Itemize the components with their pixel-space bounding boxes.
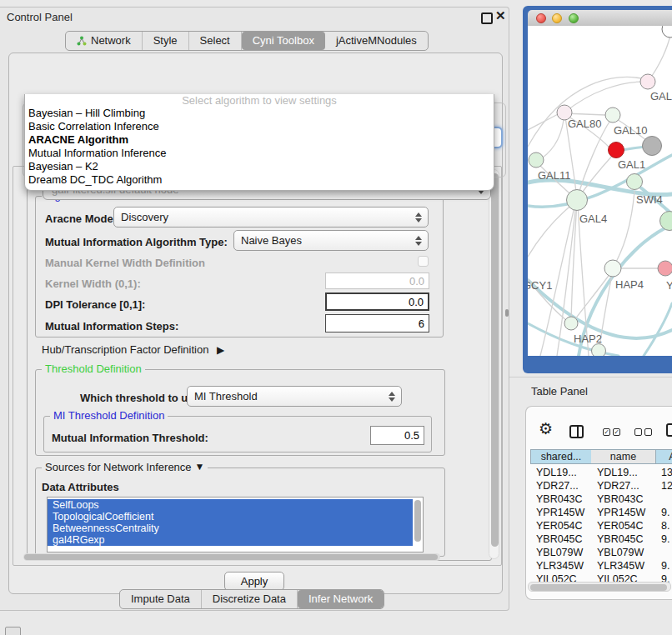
- close-icon[interactable]: ✕: [495, 8, 506, 23]
- mi-threshold-label: Mutual Information Threshold:: [52, 432, 208, 444]
- list-scrollbar[interactable]: [414, 500, 421, 542]
- node-red[interactable]: [609, 142, 624, 158]
- node-pink[interactable]: [658, 261, 672, 276]
- network-canvas[interactable]: GAL GAL80 GAL10 GAL1 GAL11 SWI4 GAL4 GCY…: [528, 26, 672, 356]
- list-item[interactable]: BetweennessCentrality: [48, 522, 413, 534]
- minimize-traffic-light[interactable]: [552, 13, 562, 23]
- table-panel-header: Table Panel: [509, 377, 672, 406]
- control-panel-title: Control Panel: [7, 11, 73, 23]
- table-panel-title: Table Panel: [531, 385, 588, 398]
- node-label: GAL11: [538, 169, 571, 182]
- node-label: HAP2: [574, 332, 602, 345]
- node-gray[interactable]: [643, 137, 662, 156]
- float-window-icon[interactable]: [481, 12, 493, 24]
- threshold-definition-legend: Threshold Definition: [42, 363, 145, 374]
- node-label: SWI4: [636, 193, 663, 206]
- node-swi4[interactable]: [627, 174, 643, 190]
- kernel-width-label: Kernel Width (0,1):: [45, 278, 141, 290]
- dpi-tolerance-input[interactable]: 0.0: [325, 292, 429, 311]
- dpi-tolerance-label: DPI Tolerance [0,1]:: [45, 298, 145, 311]
- node-label: GAL10: [614, 124, 647, 137]
- tab-select[interactable]: Select: [189, 32, 242, 50]
- select-all-checkbox-icon[interactable]: ✓: [603, 428, 610, 436]
- node-hap4[interactable]: [604, 260, 621, 277]
- settings-hscrollbar[interactable]: [23, 553, 440, 561]
- manual-kernel-width-checkbox[interactable]: [418, 256, 429, 267]
- which-threshold-select[interactable]: MI Threshold: [187, 386, 402, 407]
- settings-scroll-viewport: Cyni Algorithm Settings Algorithm Defini…: [13, 166, 502, 566]
- which-threshold-label: Which threshold to use:: [80, 392, 203, 404]
- collapse-down-icon[interactable]: ▼: [195, 462, 205, 472]
- node[interactable]: [592, 344, 606, 357]
- apply-button[interactable]: Apply: [224, 572, 284, 591]
- expand-right-icon: ▶: [217, 344, 224, 356]
- tab-jactivemnodules[interactable]: jActiveMNodules: [325, 32, 428, 50]
- sources-legend: Sources for Network Inference ▼: [42, 462, 208, 472]
- column-layout-icon[interactable]: [569, 425, 584, 438]
- tab-cyni-toolbox[interactable]: Cyni Toolbox: [242, 32, 325, 50]
- data-attributes-list: SelfLoops TopologicalCoefficient Between…: [47, 497, 424, 552]
- column-header-shared-name[interactable]: shared...: [530, 449, 591, 464]
- mi-threshold-input[interactable]: 0.5: [370, 426, 424, 445]
- network-node-labels: GAL GAL80 GAL10 GAL1 GAL11 SWI4 GAL4 GCY…: [528, 90, 672, 345]
- algorithm-option-selected[interactable]: ARACNE Algorithm: [25, 133, 494, 147]
- docked-panel-icon[interactable]: [5, 627, 21, 635]
- mi-algorithm-type-select[interactable]: Naive Bayes: [233, 230, 429, 251]
- tab-network[interactable]: Network: [66, 32, 143, 50]
- tab-discretize-data[interactable]: Discretize Data: [202, 590, 298, 608]
- node-gal11[interactable]: [529, 152, 544, 168]
- node-label: GAL: [650, 90, 672, 102]
- tab-infer-network[interactable]: Infer Network: [298, 590, 384, 608]
- node-gal4[interactable]: [567, 190, 588, 211]
- node-label: HAP4: [615, 278, 644, 291]
- settings-vscrollbar-thumb[interactable]: [491, 173, 499, 547]
- algorithm-option[interactable]: Bayesian – Hill Climbing: [25, 107, 494, 120]
- network-tab-icon: [77, 36, 87, 46]
- list-item[interactable]: gal4RGexp: [48, 534, 413, 546]
- node-label: GAL80: [568, 118, 601, 130]
- node-label: GAL1: [618, 158, 645, 171]
- table-panel: ⚙ ✓ ✓ shared... name A YDL19... YDL19...…: [525, 406, 672, 600]
- tab-impute-data[interactable]: Impute Data: [120, 590, 202, 608]
- hub-tf-section-toggle[interactable]: Hub/Transcription Factor Definition ▶: [42, 343, 224, 356]
- list-item[interactable]: TopologicalCoefficient: [48, 511, 413, 522]
- kernel-width-input[interactable]: 0.0: [325, 272, 429, 289]
- combo-arrows-icon: [389, 392, 395, 402]
- control-panel-tabbar: Network Style Select Cyni Toolbox jActiv…: [65, 31, 429, 51]
- tab-style[interactable]: Style: [143, 32, 189, 50]
- cyni-toolbox-panel: galFiltered.sif default node Select algo…: [8, 52, 503, 594]
- algorithm-option[interactable]: Basic Correlation Inference: [25, 120, 494, 133]
- column-header-cut[interactable]: A: [655, 449, 672, 464]
- zoom-traffic-light[interactable]: [569, 13, 579, 23]
- close-traffic-light[interactable]: [536, 13, 546, 23]
- algorithm-option[interactable]: Mutual Information Inference: [25, 147, 494, 160]
- list-item[interactable]: SelfLoops: [48, 499, 413, 511]
- select-all-checkbox-icon[interactable]: ✓: [613, 428, 620, 436]
- gear-icon[interactable]: ⚙: [539, 421, 553, 437]
- node-hap2[interactable]: [564, 317, 578, 330]
- combo-arrows-icon: [415, 212, 422, 222]
- mi-steps-input[interactable]: 6: [325, 314, 429, 332]
- network-window-titlebar[interactable]: [528, 10, 672, 27]
- deselect-all-checkbox-icon[interactable]: [634, 428, 642, 436]
- aracne-mode-select[interactable]: Discovery: [113, 207, 429, 228]
- algorithm-option[interactable]: Bayesian – K2: [25, 160, 494, 173]
- network-graph: GAL GAL80 GAL10 GAL1 GAL11 SWI4 GAL4 GCY…: [528, 26, 672, 356]
- deselect-all-checkbox-icon[interactable]: [644, 428, 652, 436]
- panel-splitter-handle[interactable]: [505, 309, 509, 317]
- table-hscrollbar[interactable]: [528, 582, 671, 592]
- algorithm-option[interactable]: Dream8 DC_TDC Algorithm: [25, 173, 494, 187]
- network-view-window[interactable]: GAL GAL80 GAL10 GAL1 GAL11 SWI4 GAL4 GCY…: [523, 6, 672, 373]
- algorithm-placeholder: Select algorithm to view settings: [25, 94, 494, 107]
- node-gal10[interactable]: [605, 108, 620, 122]
- combo-arrows-icon: [415, 236, 422, 246]
- node[interactable]: [640, 74, 655, 89]
- column-header-name[interactable]: name: [591, 449, 655, 464]
- node[interactable]: [660, 212, 672, 231]
- mi-steps-label: Mutual Information Steps:: [45, 320, 178, 332]
- node[interactable]: [662, 26, 672, 38]
- table-mode-icon[interactable]: [666, 423, 672, 437]
- network-nodes: [528, 26, 672, 356]
- settings-vscrollbar-track[interactable]: [489, 169, 499, 559]
- node-label: Y: [666, 279, 672, 292]
